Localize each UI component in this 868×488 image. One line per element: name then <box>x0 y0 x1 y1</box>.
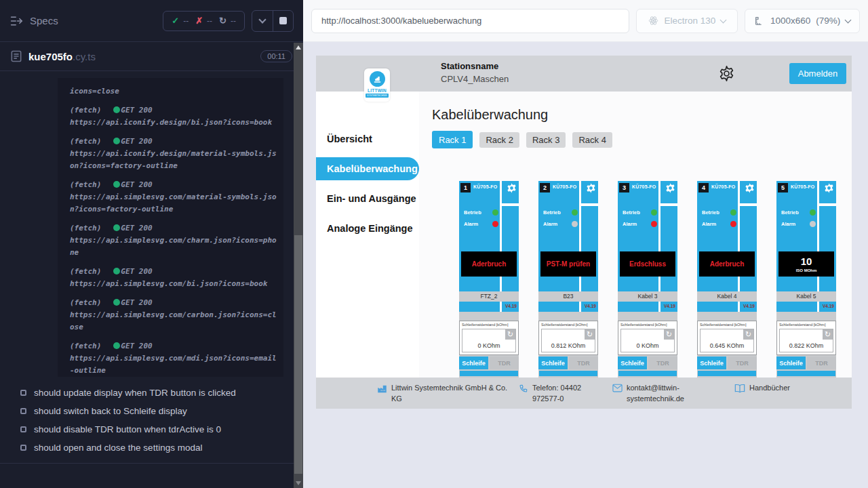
betrieb-label: Betrieb <box>781 209 799 216</box>
scroll-down-arrow-icon[interactable] <box>296 481 301 485</box>
device-model-label: KÜ705-FO <box>632 184 656 189</box>
log-entry[interactable]: (fetch)GET 200 https://api.simplesvg.com… <box>70 340 279 377</box>
schleife-button[interactable]: Schleife <box>776 357 806 369</box>
tdr-button[interactable]: TDR <box>648 357 677 369</box>
log-entry[interactable]: (fetch)GET 200 https://api.simplesvg.com… <box>70 266 279 290</box>
spec-file-name: kue705fo <box>28 51 73 62</box>
logo-brand-text: LITTWIN <box>368 88 387 93</box>
status-dot-icon <box>113 224 120 231</box>
cable-name-label: Kabel 5 <box>776 291 836 302</box>
browser-pane: http://localhost:3000/kabelueberwachung … <box>303 0 868 488</box>
status-dot-icon <box>113 268 120 274</box>
refresh-button[interactable]: ↻ <box>585 329 595 340</box>
schleife-button[interactable]: Schleife <box>697 357 726 369</box>
betrieb-led-row: Betrieb <box>543 209 578 216</box>
stat-pending[interactable]: ↻-- <box>219 16 236 26</box>
spec-file-icon <box>11 50 22 62</box>
footer-email[interactable]: kontakt@littwin-systemtechnik.de <box>612 383 704 405</box>
tdr-button[interactable]: TDR <box>728 357 757 369</box>
app-header: LITTWIN SYSTEMTECHNIK Stationsname CPLV4… <box>316 56 852 92</box>
logout-button[interactable]: Abmelden <box>789 63 846 84</box>
collapse-button[interactable] <box>252 11 273 31</box>
test-item[interactable]: should update display when TDR button is… <box>0 384 294 402</box>
footer-email-text: kontakt@littwin-systemtechnik.de <box>627 383 704 405</box>
log-entry[interactable]: (fetch)GET 200 https://api.simplesvg.com… <box>70 297 279 333</box>
refresh-button[interactable]: ↻ <box>505 329 515 340</box>
card-settings-button[interactable] <box>744 182 755 194</box>
card-settings-button[interactable] <box>665 182 676 194</box>
log-status: GET 200 <box>121 342 152 350</box>
settings-gear-button[interactable] <box>717 64 736 83</box>
viewport-selector[interactable]: 1000x660 (79%) <box>745 9 860 33</box>
sidebar-nav-item[interactable]: Ein- und Ausgänge <box>316 187 419 210</box>
sidebar-nav-item[interactable]: Übersicht <box>316 127 419 150</box>
refresh-button[interactable]: ↻ <box>823 329 833 340</box>
refresh-button[interactable]: ↻ <box>743 329 753 340</box>
tdr-button[interactable]: TDR <box>569 357 598 369</box>
log-entry[interactable]: (fetch)GET 200 https://api.iconify.desig… <box>70 104 279 129</box>
device-card: 5 KÜ705-FO Betrieb <box>776 181 836 378</box>
test-item[interactable]: should open and close the settings modal <box>0 439 294 457</box>
runner-header: Specs ✓-- ✗-- ↻-- <box>0 0 303 42</box>
app-sidebar: Übersicht Kabelüberwachung Ein- und Ausg… <box>316 92 419 378</box>
stat-passed[interactable]: ✓-- <box>172 16 189 26</box>
log-entry[interactable]: (fetch)GET 200 https://api.iconify.desig… <box>70 136 279 172</box>
alarm-led-row: Alarm <box>623 221 657 227</box>
tdr-button[interactable]: TDR <box>807 357 836 369</box>
measure-panel: Schleifenwiderstand [kOhm] ↻ 0.645 KOhm <box>697 321 757 355</box>
scroll-up-arrow-icon[interactable] <box>296 45 301 49</box>
test-pending-icon <box>20 426 26 432</box>
alarm-led <box>730 221 736 227</box>
test-pending-icon <box>20 408 26 414</box>
test-item[interactable]: should switch back to Schleife display <box>0 402 294 420</box>
specs-toggle-button[interactable]: Specs <box>9 15 58 27</box>
schleife-button[interactable]: Schleife <box>618 357 647 369</box>
sidebar-nav-item[interactable]: Analoge Eingänge <box>316 217 419 240</box>
card-settings-button[interactable] <box>585 182 597 194</box>
spec-file-row[interactable]: kue705fo.cy.ts 00:11 <box>0 42 303 71</box>
test-item[interactable]: should disable TDR button when tdrActive… <box>0 420 294 439</box>
stop-button[interactable] <box>273 11 293 31</box>
browser-name: Electron 130 <box>664 16 715 26</box>
rack-tab[interactable]: Rack 1 <box>432 131 473 148</box>
stat-failed[interactable]: ✗-- <box>195 16 212 26</box>
littwin-logo: LITTWIN SYSTEMTECHNIK <box>364 68 390 102</box>
alarm-led <box>651 221 657 227</box>
betrieb-led <box>492 209 498 216</box>
url-input[interactable]: http://localhost:3000/kabelueberwachung <box>311 9 629 33</box>
book-icon <box>734 384 745 393</box>
station-name: CPLV4_Maschen <box>441 74 509 84</box>
gear-icon <box>585 182 597 194</box>
gear-icon <box>823 182 835 194</box>
card-measure-section: Schleifenwiderstand [kOhm] ↻ 0.822 KOhm … <box>776 312 836 378</box>
log-entry[interactable]: (fetch)GET 200 https://api.simplesvg.com… <box>70 222 279 259</box>
card-settings-button[interactable] <box>506 182 517 194</box>
log-fetch: (fetch)GET 200 https://api.simplesvg.com… <box>70 179 279 216</box>
card-number-badge: 1 <box>460 183 471 192</box>
runner-scrollbar[interactable] <box>294 43 303 488</box>
gear-icon <box>744 182 755 194</box>
footer-manuals-link[interactable]: Handbücher <box>734 383 790 394</box>
card-settings-button[interactable] <box>823 182 835 194</box>
rack-tab[interactable]: Rack 4 <box>572 132 612 148</box>
browser-selector[interactable]: Electron 130 <box>636 9 738 33</box>
device-model-label: KÜ705-FO <box>711 184 735 189</box>
sidebar-nav-item[interactable]: Kabelüberwachung <box>316 157 419 180</box>
schleife-button[interactable]: Schleife <box>459 357 488 369</box>
schleife-button[interactable]: Schleife <box>538 357 568 369</box>
log-fetch-label: (fetch) <box>70 267 101 276</box>
gear-icon <box>506 182 517 194</box>
scrollbar-thumb[interactable] <box>294 235 302 474</box>
display-alarm-text: Erdschluss <box>629 260 666 268</box>
log-fetch-label: (fetch) <box>70 224 101 232</box>
refresh-button[interactable]: ↻ <box>664 329 674 340</box>
log-entry[interactable]: (fetch)GET 200 https://api.simplesvg.com… <box>70 179 279 216</box>
rack-tab[interactable]: Rack 2 <box>479 132 519 148</box>
log-entry[interactable]: icons=close <box>70 85 279 98</box>
cable-name-label: B23 <box>538 291 598 302</box>
tdr-button[interactable]: TDR <box>490 357 519 369</box>
rack-tab[interactable]: Rack 3 <box>526 132 566 148</box>
device-display: 10 ISO MOhm <box>778 251 834 277</box>
card-measure-section: Schleifenwiderstand [kOhm] ↻ 0 KOhm Schl… <box>459 312 519 378</box>
device-display: Erdschluss <box>620 251 675 277</box>
